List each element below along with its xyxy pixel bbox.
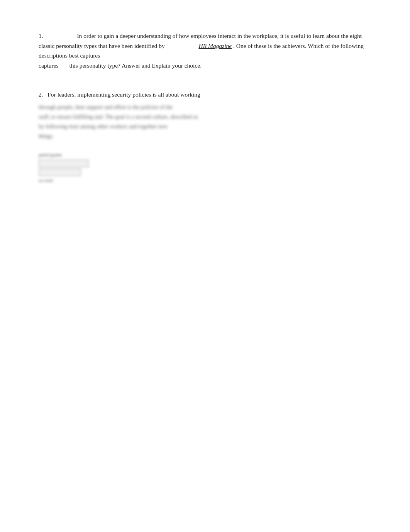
answer-box-2	[39, 168, 81, 176]
question-2-number: 2.	[39, 91, 43, 98]
blurred-line-4: things.	[39, 132, 371, 141]
question-1-number: 1.	[39, 32, 43, 39]
blurred-line-3: by following trust among other workers a…	[39, 122, 371, 131]
answer-footer: account	[39, 178, 371, 184]
question-1-text3: this personality type? Answer and Explai…	[69, 62, 202, 69]
question-1-reference: HR Magazine	[198, 42, 232, 49]
blurred-line-1: through people, then support and effort …	[39, 103, 371, 112]
question-1-block: 1. In order to gain a deeper understandi…	[39, 31, 371, 70]
question-2-blurred-content: through people, then support and effort …	[39, 103, 371, 141]
question-1-text3-prefix: captures	[39, 62, 59, 69]
question-2-text: 2. For leaders, implementing security po…	[39, 90, 371, 100]
question-1-text: 1. In order to gain a deeper understandi…	[39, 31, 371, 70]
answer-box-1	[39, 160, 89, 167]
question-2-body: For leaders, implementing security polic…	[47, 91, 200, 98]
answer-label: participants	[39, 152, 371, 158]
question-2-block: 2. For leaders, implementing security po…	[39, 90, 371, 183]
blurred-line-2: staff, to ensure fulfilling and. The goa…	[39, 112, 371, 121]
answer-reference-area: participants account	[39, 152, 371, 184]
page: 1. In order to gain a deeper understandi…	[0, 0, 410, 532]
